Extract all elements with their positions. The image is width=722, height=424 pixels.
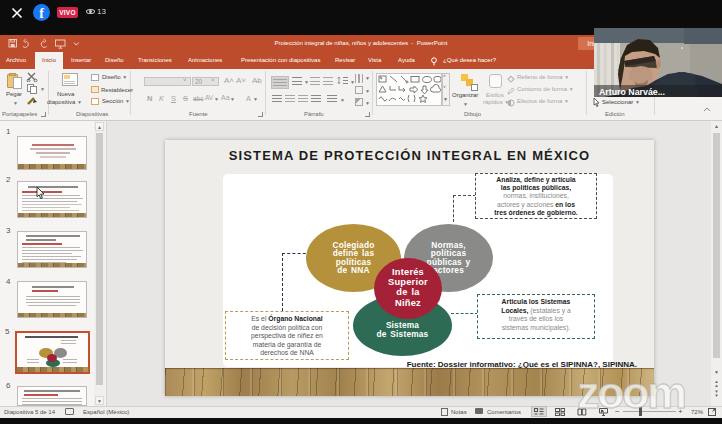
svg-text:Arturo Narváe...: Arturo Narváe... — [599, 87, 665, 97]
